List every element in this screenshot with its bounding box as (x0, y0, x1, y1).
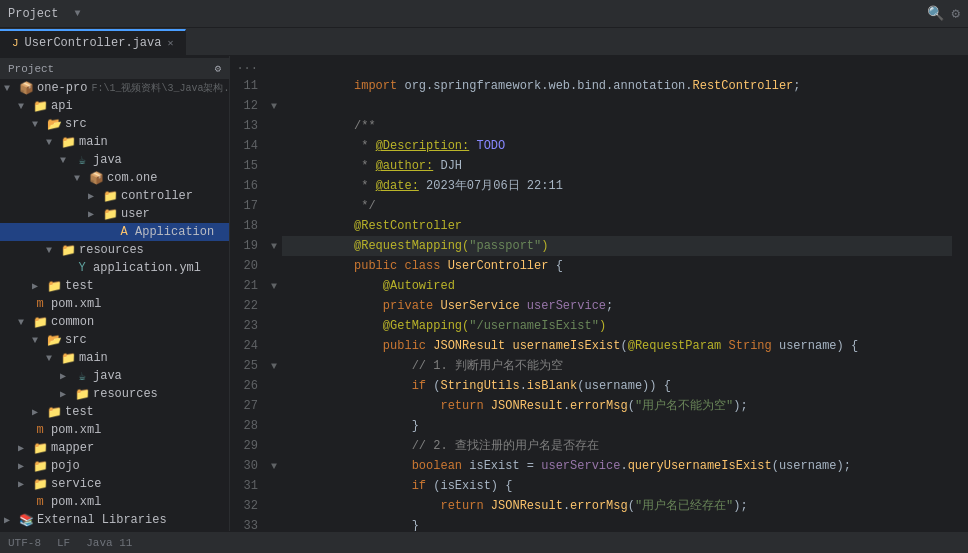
ln-16: 16 (234, 176, 258, 196)
folder-icon-pojo: 📁 (32, 458, 48, 474)
tree-item-main-api[interactable]: ▼ 📁 main (0, 133, 229, 151)
tree-arrow-main-common: ▼ (46, 353, 60, 364)
code-editor[interactable]: ... 11 12 13 14 15 16 17 18 19 20 21 22 … (230, 56, 968, 531)
tab-close-button[interactable]: ✕ (167, 37, 173, 49)
tree-item-controller[interactable]: ▶ 📁 controller (0, 187, 229, 205)
tree-label-com-one: com.one (107, 171, 157, 185)
tree-item-api[interactable]: ▼ 📁 api (0, 97, 229, 115)
settings-icon[interactable]: ⚙ (952, 5, 960, 22)
gutter-mark-12[interactable]: ▼ (266, 96, 282, 116)
tree-item-application[interactable]: A Application (0, 223, 229, 241)
tree-item-pom-api[interactable]: m pom.xml (0, 295, 229, 313)
tree-item-user[interactable]: ▶ 📁 user (0, 205, 229, 223)
gutter-mark-import (266, 56, 282, 76)
ln-27: 27 (234, 396, 258, 416)
gutter-mark-30[interactable]: ▼ (266, 456, 282, 476)
gutter-mark-31 (266, 476, 282, 496)
gutter-mark-19[interactable]: ▼ (266, 236, 282, 256)
tree-item-main-common[interactable]: ▼ 📁 main (0, 349, 229, 367)
folder-main-icon: 📁 (60, 134, 76, 150)
main-layout: Project ⚙ ▼ 📦 one-pro F:\1_视频资料\3_Java架构… (0, 56, 968, 531)
tree-item-resources-common[interactable]: ▶ 📁 resources (0, 385, 229, 403)
top-bar: Project ▼ 🔍 ⚙ (0, 0, 968, 28)
tree-label-service: service (51, 477, 101, 491)
tree-item-test-api[interactable]: ▶ 📁 test (0, 277, 229, 295)
ln-21: 21 (234, 276, 258, 296)
project-dropdown-arrow[interactable]: ▼ (74, 8, 80, 19)
gutter: ▼ ▼ ▼ ▼ ▼ (266, 56, 282, 531)
tree-arrow-one-pro: ▼ (4, 83, 18, 94)
sidebar-header-icon: ⚙ (214, 62, 221, 75)
gutter-mark-11 (266, 76, 282, 96)
tree-item-src-common[interactable]: ▼ 📂 src (0, 331, 229, 349)
tree-item-java-common[interactable]: ▶ ☕ java (0, 367, 229, 385)
class-icon-application: A (116, 224, 132, 240)
folder-java-icon: ☕ (74, 152, 90, 168)
tree-item-src-api[interactable]: ▼ 📂 src (0, 115, 229, 133)
sidebar-header[interactable]: Project ⚙ (0, 58, 229, 79)
ln-28: 28 (234, 416, 258, 436)
tree-item-java-api[interactable]: ▼ ☕ java (0, 151, 229, 169)
folder-src-icon: 📂 (46, 116, 62, 132)
tree-arrow-controller: ▶ (88, 190, 102, 202)
tree-arrow-src-api: ▼ (32, 119, 46, 130)
tree-item-common[interactable]: ▼ 📁 common (0, 313, 229, 331)
ln-29: 29 (234, 436, 258, 456)
tree-arrow-external: ▶ (4, 514, 18, 526)
gutter-mark-16 (266, 176, 282, 196)
gutter-mark-28 (266, 416, 282, 436)
tree-arrow-common: ▼ (18, 317, 32, 328)
tab-usercontroller[interactable]: J UserController.java ✕ (0, 29, 186, 55)
tree-item-resources-api[interactable]: ▼ 📁 resources (0, 241, 229, 259)
top-toolbar: 🔍 ⚙ (927, 5, 960, 22)
gutter-mark-29 (266, 436, 282, 456)
code-line-12: /** (282, 96, 952, 116)
tree-arrow-pojo: ▶ (18, 460, 32, 472)
tree-item-pom-common[interactable]: m pom.xml (0, 421, 229, 439)
folder-controller-icon: 📁 (102, 188, 118, 204)
tree-item-mapper[interactable]: ▶ 📁 mapper (0, 439, 229, 457)
module-icon: 📦 (18, 80, 34, 96)
folder-icon-mapper: 📁 (32, 440, 48, 456)
ln-20: 20 (234, 256, 258, 276)
tree-path: F:\1_视频资料\3_Java架构... (91, 81, 230, 95)
java-file-icon: J (12, 37, 19, 49)
folder-icon-common: 📁 (32, 314, 48, 330)
folder-test-icon: 📁 (46, 278, 62, 294)
tree-item-test-common[interactable]: ▶ 📁 test (0, 403, 229, 421)
tree-item-com-one[interactable]: ▼ 📦 com.one (0, 169, 229, 187)
ln-13: 13 (234, 116, 258, 136)
tree-arrow-java-api: ▼ (60, 155, 74, 166)
project-title[interactable]: Project (8, 7, 58, 21)
tree-label-common: common (51, 315, 94, 329)
ln-17: 17 (234, 196, 258, 216)
tree-label-api: api (51, 99, 73, 113)
tree-arrow-main-api: ▼ (46, 137, 60, 148)
search-icon[interactable]: 🔍 (927, 5, 944, 22)
tree-label-pom-api: pom.xml (51, 297, 101, 311)
tab-bar: J UserController.java ✕ (0, 28, 968, 56)
code-line-13: * @Description: TODO (282, 116, 952, 136)
tree-item-external-libs[interactable]: ▶ 📚 External Libraries (0, 511, 229, 529)
tree-item-service[interactable]: ▶ 📁 service (0, 475, 229, 493)
folder-resources-icon: 📁 (60, 242, 76, 258)
tree-arrow-com-one: ▼ (74, 173, 88, 184)
lib-icon: 📚 (18, 512, 34, 528)
ln-14: 14 (234, 136, 258, 156)
yaml-file-icon: Y (74, 260, 90, 276)
gutter-mark-21[interactable]: ▼ (266, 276, 282, 296)
tree-item-pom-root[interactable]: m pom.xml (0, 493, 229, 511)
line-numbers: ... 11 12 13 14 15 16 17 18 19 20 21 22 … (230, 56, 266, 531)
tree-label-java-api: java (93, 153, 122, 167)
tree-item-one-pro[interactable]: ▼ 📦 one-pro F:\1_视频资料\3_Java架构... (0, 79, 229, 97)
gutter-mark-26 (266, 376, 282, 396)
tree-arrow-test-api: ▶ (32, 280, 46, 292)
tree-label-pojo: pojo (51, 459, 80, 473)
tree-item-application-yml[interactable]: Y application.yml (0, 259, 229, 277)
tree-item-pojo[interactable]: ▶ 📁 pojo (0, 457, 229, 475)
gutter-mark-25[interactable]: ▼ (266, 356, 282, 376)
tree-label-user: user (121, 207, 150, 221)
ln-30: 30 (234, 456, 258, 476)
code-line-17: @RestController (282, 196, 952, 216)
ln-15: 15 (234, 156, 258, 176)
